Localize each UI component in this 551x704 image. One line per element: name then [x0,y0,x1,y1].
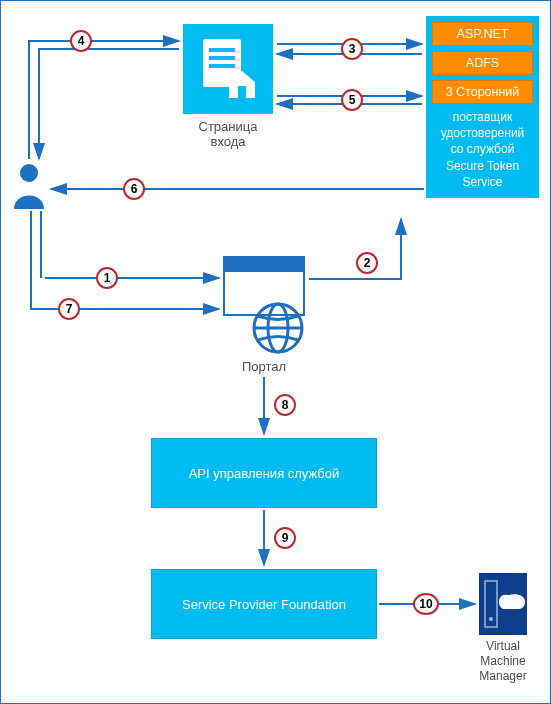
step-badge-10: 10 [413,593,439,615]
idp-option-aspnet: ASP.NET [432,22,533,46]
step-badge-2: 2 [356,252,378,274]
svg-rect-1 [209,48,235,52]
svg-point-5 [20,164,38,182]
step-badge-7: 7 [58,298,80,320]
node-vmm [479,573,527,635]
svg-rect-4 [238,86,246,98]
node-login-page [183,24,273,114]
step-badge-1: 1 [96,267,118,289]
idp-description: поставщик удостоверений со службой Secur… [432,109,533,190]
window-titlebar-icon [225,258,303,272]
diagram-canvas: Страница входа ASP.NET ADFS 3 Сторонний … [0,0,551,704]
node-api-management: API управления службой [151,438,377,508]
node-login-page-label: Страница входа [183,119,273,149]
document-home-icon [193,34,263,104]
node-api-management-label: API управления службой [189,466,340,481]
step-badge-6: 6 [123,178,145,200]
node-spf-label: Service Provider Foundation [182,597,346,612]
svg-point-12 [489,617,493,621]
svg-rect-2 [209,56,235,60]
globe-icon [251,301,305,355]
idp-option-thirdparty: 3 Сторонний [432,80,533,104]
user-icon [11,161,47,211]
step-badge-8: 8 [274,394,296,416]
step-badge-4: 4 [70,30,92,52]
node-vmm-label: Virtual Machine Manager [467,639,539,684]
node-spf: Service Provider Foundation [151,569,377,639]
node-portal-label: Портал [223,359,305,374]
step-badge-3: 3 [341,38,363,60]
step-badge-9: 9 [274,527,296,549]
idp-option-adfs: ADFS [432,51,533,75]
step-badge-5: 5 [341,89,363,111]
node-identity-provider: ASP.NET ADFS 3 Сторонний поставщик удост… [426,16,539,198]
svg-rect-3 [209,64,235,68]
